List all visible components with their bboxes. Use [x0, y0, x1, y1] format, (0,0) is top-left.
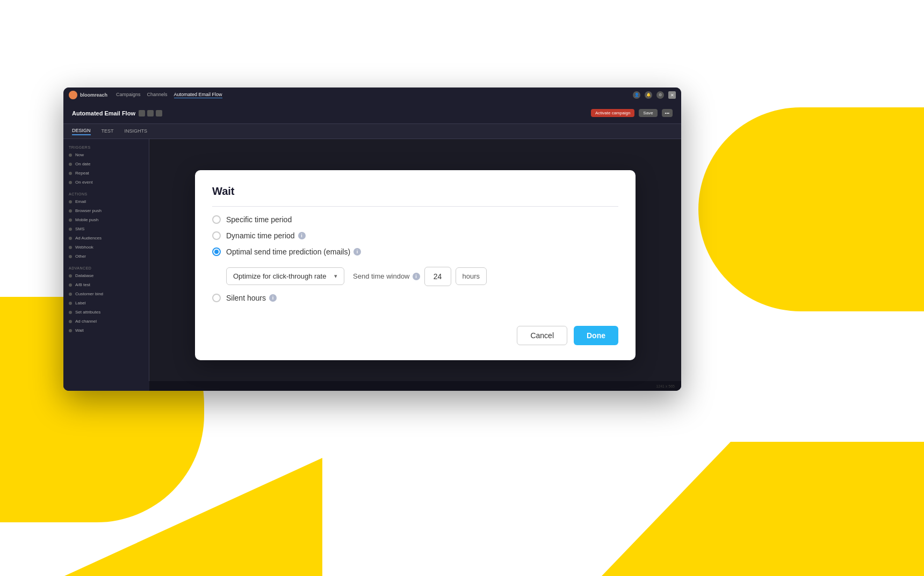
sidebar-item-customer-bind[interactable]: Customer bind [63, 289, 149, 298]
send-time-window-label: Send time window i [353, 272, 420, 280]
sidebar-item-set-attributes[interactable]: Set attributes [63, 308, 149, 317]
close-button[interactable]: ✕ [668, 91, 676, 99]
optimal-options-row: Optimize for click-through rate ▾ Send t… [226, 267, 618, 286]
sub-nav-insights[interactable]: INSIGHTS [125, 128, 148, 135]
sidebar-item-label: Mobile push [75, 217, 98, 222]
activate-button[interactable]: Activate campaign [591, 109, 634, 117]
edit-icon[interactable] [139, 110, 145, 116]
sidebar-item-now[interactable]: Now [63, 150, 149, 159]
sidebar-item-label: Repeat [75, 171, 89, 176]
dot-icon [69, 293, 72, 296]
dot-icon [69, 246, 72, 249]
sidebar-item-repeat[interactable]: Repeat [63, 169, 149, 178]
logo-icon [69, 91, 77, 99]
sidebar-item-label: On event [75, 180, 92, 185]
top-bar-left: bloomreach Campaigns Channels Automated … [69, 91, 222, 99]
nav-tab-campaigns[interactable]: Campaigns [116, 92, 141, 98]
info-icon-header[interactable] [156, 110, 162, 116]
sidebar-item-label: Label [75, 301, 86, 305]
optimal-info-icon[interactable]: i [353, 248, 361, 256]
sidebar-item-sms[interactable]: SMS [63, 224, 149, 234]
radio-group: Specific time period Dynamic time period… [212, 215, 618, 256]
chevron-down-icon: ▾ [334, 273, 337, 280]
app-window: bloomreach Campaigns Channels Automated … [63, 88, 681, 391]
dot-icon [69, 237, 72, 240]
main-canvas: Wait Specific time period Dynamic t [149, 139, 681, 391]
sidebar-item-mobile-push[interactable]: Mobile push [63, 215, 149, 224]
sidebar-item-label: Customer bind [75, 291, 103, 296]
share-icon[interactable] [147, 110, 154, 116]
dot-icon [69, 181, 72, 184]
sidebar-item-browser-push[interactable]: Browser push [63, 206, 149, 215]
bell-icon: 🔔 [645, 91, 652, 99]
radio-option-optimal[interactable]: Optimal send time prediction (emails) i [212, 247, 618, 256]
sidebar-item-label: Other [75, 254, 86, 259]
done-button[interactable]: Done [574, 326, 618, 345]
dot-icon [69, 154, 72, 157]
save-button[interactable]: Save [639, 109, 657, 117]
silent-hours-info-icon[interactable]: i [269, 294, 277, 302]
sidebar-item-label: Set attributes [75, 310, 100, 315]
modal-footer: Cancel Done [212, 317, 618, 345]
sidebar-item-label: Browser push [75, 208, 102, 213]
nav-tab-channels[interactable]: Channels [147, 92, 168, 98]
sub-nav-test[interactable]: TEST [102, 128, 114, 135]
radio-silent[interactable] [212, 294, 221, 302]
dot-icon [69, 329, 72, 332]
wait-modal: Wait Specific time period Dynamic t [195, 170, 636, 360]
sub-nav-design[interactable]: DESIGN [72, 128, 91, 135]
modal-overlay: Wait Specific time period Dynamic t [149, 139, 681, 391]
browser-top-bar: bloomreach Campaigns Channels Automated … [63, 88, 681, 103]
dot-icon [69, 218, 72, 222]
send-time-info-icon[interactable]: i [413, 273, 420, 280]
dot-icon [69, 228, 72, 231]
actions-title: Actions [63, 189, 149, 197]
top-bar-right: 👤 🔔 ⚙ ✕ [633, 91, 676, 99]
radio-specific-label: Specific time period [226, 215, 292, 224]
sidebar-item-ad-audiences[interactable]: Ad Audiences [63, 234, 149, 243]
send-time-window: Send time window i hours [353, 267, 487, 286]
sidebar-item-other[interactable]: Other [63, 252, 149, 261]
sidebar-item-label: Ad channel [75, 319, 97, 324]
more-button[interactable]: ••• [662, 109, 673, 117]
radio-optimal[interactable] [212, 247, 221, 256]
title-icon-group [139, 110, 162, 116]
radio-optimal-label: Optimal send time prediction (emails) i [226, 247, 361, 256]
sidebar-item-label: Now [75, 152, 84, 157]
sidebar-item-ab-test[interactable]: A/B test [63, 280, 149, 289]
advanced-section: Advanced Database A/B test Customer bind… [63, 263, 149, 335]
sidebar-item-label[interactable]: Label [63, 298, 149, 308]
advanced-title: Advanced [63, 263, 149, 271]
silent-hours-label: Silent hours i [226, 294, 277, 302]
triggers-section: Triggers Now On date Repeat On event [63, 143, 149, 187]
dot-icon [69, 283, 72, 287]
radio-specific[interactable] [212, 215, 221, 224]
sidebar-item-wait[interactable]: Wait [63, 326, 149, 335]
dot-icon [69, 163, 72, 166]
sidebar-item-on-date[interactable]: On date [63, 159, 149, 169]
header-actions: Activate campaign Save ••• [591, 109, 673, 117]
dynamic-info-icon[interactable]: i [298, 232, 306, 239]
app-title-text: Automated Email Flow [72, 110, 135, 116]
optimize-dropdown[interactable]: Optimize for click-through rate ▾ [226, 267, 344, 285]
send-time-input[interactable] [424, 267, 451, 286]
radio-option-specific[interactable]: Specific time period [212, 215, 618, 224]
sidebar-item-webhook[interactable]: Webhook [63, 243, 149, 252]
dot-icon [69, 302, 72, 305]
nav-tab-automated[interactable]: Automated Email Flow [174, 92, 222, 98]
cancel-button[interactable]: Cancel [517, 326, 567, 345]
yellow-shape-bottom-right [602, 442, 924, 576]
sidebar-item-on-event[interactable]: On event [63, 178, 149, 187]
sidebar-item-database[interactable]: Database [63, 271, 149, 280]
radio-option-dynamic[interactable]: Dynamic time period i [212, 231, 618, 240]
sidebar-item-ad-channel[interactable]: Ad channel [63, 317, 149, 326]
dropdown-label: Optimize for click-through rate [233, 272, 326, 280]
yellow-shape-right [698, 107, 924, 311]
sidebar-item-label: Wait [75, 328, 84, 333]
sidebar-item-email[interactable]: Email [63, 197, 149, 206]
dot-icon [69, 274, 72, 278]
sidebar-item-label: Ad Audiences [75, 236, 102, 240]
radio-dynamic[interactable] [212, 231, 221, 240]
sidebar-item-label: Webhook [75, 245, 93, 250]
sidebar-item-label: On date [75, 162, 90, 166]
